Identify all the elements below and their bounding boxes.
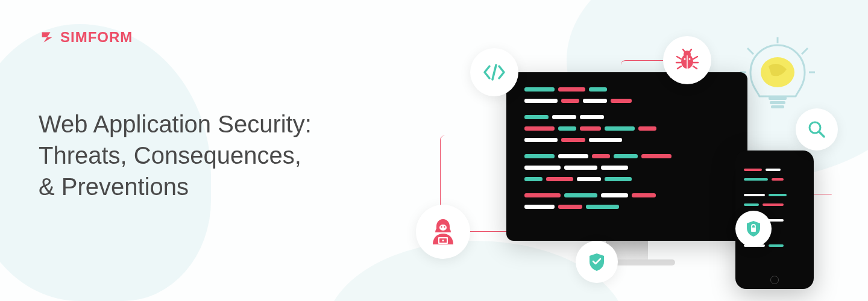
svg-rect-3 (771, 105, 784, 108)
bug-icon (663, 36, 711, 84)
monitor-screen (506, 72, 747, 241)
svg-point-18 (441, 226, 442, 228)
svg-line-16 (819, 132, 824, 137)
svg-point-22 (442, 240, 444, 241)
headline-line-2: Threats, Consequences, (39, 140, 312, 171)
svg-line-5 (747, 48, 753, 54)
magnifier-icon (796, 108, 838, 150)
simform-logo-icon (39, 29, 55, 46)
svg-rect-2 (770, 101, 785, 104)
svg-line-6 (802, 48, 808, 54)
brand-logo: SIMFORM (39, 29, 133, 46)
logo-text: SIMFORM (60, 29, 133, 46)
svg-point-14 (689, 58, 691, 60)
hacker-icon (416, 205, 470, 259)
code-brackets-icon (470, 48, 518, 96)
svg-rect-23 (751, 228, 756, 232)
phone-home-button (770, 276, 779, 284)
shield-lock-icon (735, 211, 772, 247)
lightbulb-icon (735, 36, 820, 120)
svg-point-19 (444, 226, 445, 228)
headline-line-3: & Preventions (39, 171, 312, 202)
headline-line-1: Web Application Security: (39, 108, 312, 140)
connector-line (811, 194, 832, 195)
svg-point-13 (684, 58, 686, 60)
svg-point-17 (439, 225, 447, 231)
shield-check-icon (576, 241, 618, 283)
svg-rect-1 (769, 96, 787, 100)
svg-line-9 (492, 65, 496, 79)
page-headline: Web Application Security: Threats, Conse… (39, 108, 312, 202)
hero-illustration (398, 36, 832, 289)
